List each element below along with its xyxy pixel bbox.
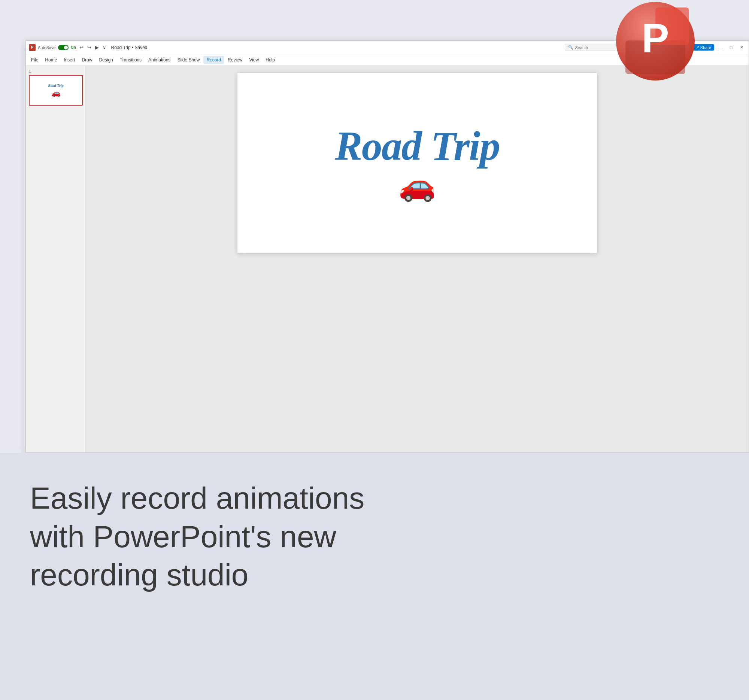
main-slide-area: Road Trip 🚗: [86, 66, 749, 452]
bottom-section: Easily record animations with PowerPoint…: [0, 453, 749, 700]
present-icon[interactable]: ▶: [94, 44, 100, 51]
redo-icon[interactable]: ↪: [86, 44, 93, 51]
thumbnail-title: Road Trip: [48, 84, 64, 88]
menu-slideshow[interactable]: Slide Show: [174, 56, 203, 64]
minimize-button[interactable]: —: [717, 43, 725, 52]
autosave-state: On: [71, 45, 76, 49]
menu-animations[interactable]: Animations: [145, 56, 173, 64]
slide-title: Road Trip: [335, 125, 499, 167]
menu-help[interactable]: Help: [263, 56, 278, 64]
autosave-toggle[interactable]: [58, 45, 69, 50]
powerpoint-window: P AutoSave On ↩ ↪ ▶ ∨ Road Trip • Saved …: [26, 40, 749, 453]
menu-review[interactable]: Review: [225, 56, 245, 64]
menu-record[interactable]: Record: [203, 56, 224, 64]
menu-transitions[interactable]: Transitions: [117, 56, 145, 64]
slide-car-emoji: 🚗: [399, 170, 436, 200]
menu-design[interactable]: Design: [96, 56, 116, 64]
autosave-label: AutoSave: [38, 45, 56, 50]
close-button[interactable]: ✕: [737, 43, 746, 52]
toolbar-icons: ↩ ↪ ▶ ∨: [78, 44, 107, 51]
bottom-description: Easily record animations with PowerPoint…: [30, 479, 367, 595]
svg-text:P: P: [642, 15, 669, 61]
document-title: Road Trip • Saved: [111, 45, 148, 50]
search-icon: 🔍: [568, 45, 573, 50]
undo-icon[interactable]: ↩: [78, 44, 85, 51]
share-label: Share: [700, 45, 711, 50]
slide-panel: 1 Road Trip 🚗: [26, 66, 86, 452]
menu-draw[interactable]: Draw: [79, 56, 95, 64]
slide-canvas[interactable]: Road Trip 🚗: [237, 73, 597, 253]
menu-insert[interactable]: Insert: [61, 56, 78, 64]
slide-number: 1: [29, 69, 83, 73]
maximize-button[interactable]: □: [727, 43, 735, 52]
menu-home[interactable]: Home: [42, 56, 60, 64]
content-area: 1 Road Trip 🚗 Road Trip 🚗: [26, 66, 749, 452]
slide-thumbnail-1[interactable]: Road Trip 🚗: [29, 75, 83, 105]
app-logo-small: P: [29, 44, 35, 51]
menu-file[interactable]: File: [28, 56, 41, 64]
menu-view[interactable]: View: [246, 56, 262, 64]
dropdown-icon[interactable]: ∨: [101, 44, 107, 51]
powerpoint-logo: P: [614, 0, 697, 83]
thumbnail-car-emoji: 🚗: [51, 89, 61, 97]
